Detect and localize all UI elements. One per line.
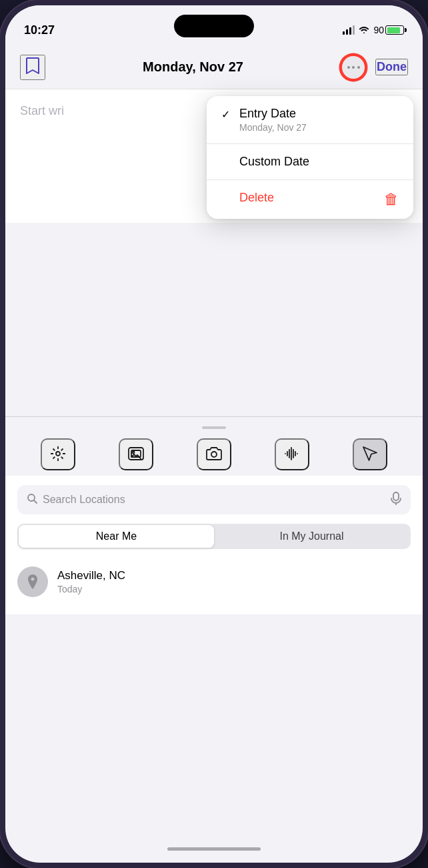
svg-point-0 [56,452,60,456]
entry-date-left: ✓ Entry Date Monday, Nov 27 [221,107,307,133]
delete-left: ✓ Delete [221,191,274,205]
location-time: Today [57,584,125,594]
mic-icon [391,492,401,508]
location-icon [361,444,379,465]
location-button[interactable] [353,438,387,470]
entry-date-title: Entry Date [239,107,307,121]
toolbar-icons [5,438,423,470]
screen: 10:27 90 [5,5,423,863]
content-area: Start wri ✓ Entry Date Monday, Nov 27 [5,89,423,223]
header-right: Done [341,55,408,80]
audio-waveform-button[interactable] [275,438,309,470]
bookmark-icon [25,57,40,77]
search-icon [27,493,37,506]
phone-frame: 10:27 90 [0,0,428,868]
checkmark-icon: ✓ [221,108,230,121]
status-time: 10:27 [24,23,55,37]
svg-line-13 [34,500,37,503]
sparkle-button[interactable] [41,438,75,470]
photo-library-icon [127,444,145,465]
drag-handle [202,426,226,429]
audio-waveform-icon [283,444,301,465]
status-icons: 90 [343,25,404,35]
entry-date-subtitle: Monday, Nov 27 [239,122,307,133]
search-bar[interactable]: Search Locations [17,485,411,514]
segmented-control: Near Me In My Journal [17,524,411,549]
bookmark-button[interactable] [20,55,45,80]
location-name: Asheville, NC [57,569,125,582]
header-date: Monday, Nov 27 [143,59,243,75]
body-space [5,223,423,416]
custom-date-item[interactable]: ✓ Custom Date [207,144,413,180]
battery-icon [385,25,404,35]
location-text: Asheville, NC Today [57,569,125,594]
svg-point-3 [132,451,134,453]
trash-icon: 🗑 [384,191,399,208]
home-indicator [167,847,261,851]
location-item[interactable]: Asheville, NC Today [17,558,411,605]
entry-date-item[interactable]: ✓ Entry Date Monday, Nov 27 [207,96,413,144]
signal-bars-icon [343,25,355,35]
camera-icon [205,444,223,465]
battery-percent: 90 [373,25,384,35]
location-avatar [17,566,48,597]
custom-date-left: ✓ Custom Date [221,155,309,169]
status-bar: 10:27 90 [5,5,423,45]
dynamic-island [174,15,254,37]
svg-rect-14 [393,492,399,500]
location-panel: Search Locations Near Me In My Journal [5,476,423,614]
sparkle-icon [49,444,67,465]
svg-point-4 [211,452,217,457]
custom-date-text: Custom Date [239,155,309,169]
battery-indicator: 90 [373,25,404,35]
entry-date-text: Entry Date Monday, Nov 27 [239,107,307,133]
done-button[interactable]: Done [375,59,408,75]
dropdown-menu: ✓ Entry Date Monday, Nov 27 ✓ Custom Dat… [207,96,413,219]
journal-header: Monday, Nov 27 Done [5,45,423,89]
delete-title: Delete [239,191,274,205]
photo-library-button[interactable] [119,438,153,470]
custom-date-title: Custom Date [239,155,309,169]
more-dots-icon [347,66,360,69]
more-options-button[interactable] [341,55,366,80]
bottom-toolbar: Search Locations Near Me In My Journal [5,416,423,618]
camera-button[interactable] [197,438,231,470]
delete-item[interactable]: ✓ Delete 🗑 [207,180,413,219]
wifi-icon [359,25,369,35]
near-me-segment[interactable]: Near Me [19,525,214,548]
in-my-journal-segment[interactable]: In My Journal [214,525,409,548]
search-placeholder: Search Locations [43,494,385,506]
